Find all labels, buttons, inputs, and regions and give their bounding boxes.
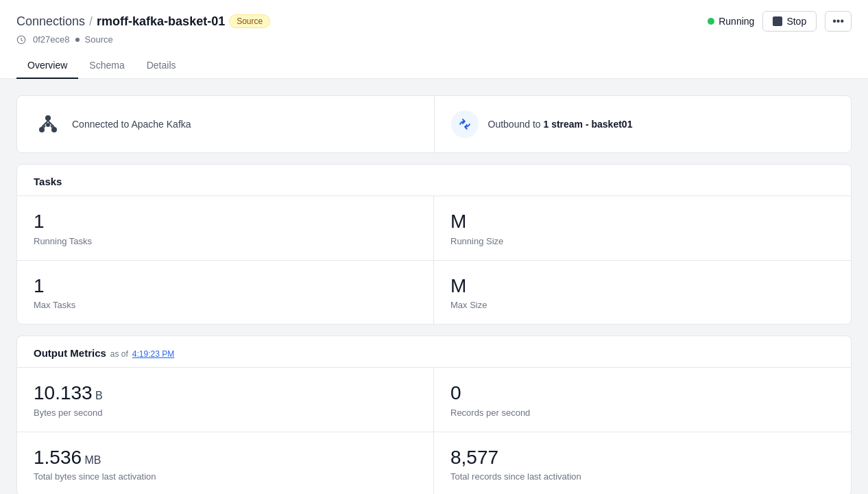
running-tasks-cell: 1 Running Tasks (17, 196, 434, 261)
breadcrumb: Connections / rmoff-kafka-basket-01 Sour… (16, 14, 270, 29)
page-header: Connections / rmoff-kafka-basket-01 Sour… (0, 0, 868, 79)
running-size-cell: M Running Size (434, 196, 851, 261)
status-label: Running (719, 16, 754, 27)
output-metrics-header: Output Metrics as of 4:19:23 PM (17, 336, 851, 368)
running-tasks-label: Running Tasks (34, 236, 417, 246)
max-size-value: M (450, 274, 834, 298)
output-metrics-header-row: Output Metrics as of 4:19:23 PM (34, 347, 834, 359)
max-tasks-label: Max Tasks (34, 300, 417, 310)
meta-type: Source (85, 34, 113, 45)
outbound-stream: 1 stream - basket01 (543, 119, 632, 130)
source-badge: Source (229, 14, 270, 28)
main-content: Connected to Apache Kafka Outbound to 1 … (0, 79, 868, 494)
output-metrics-card: Output Metrics as of 4:19:23 PM 10.133 B… (16, 336, 852, 494)
max-tasks-value: 1 (34, 274, 417, 298)
tabs-nav: Overview Schema Details (16, 53, 852, 78)
breadcrumb-separator: / (89, 14, 93, 29)
bytes-per-second-label: Bytes per second (34, 408, 417, 418)
connection-right-text: Outbound to 1 stream - basket01 (488, 119, 633, 130)
total-bytes-value: 1.536 MB (34, 446, 417, 469)
bytes-unit: B (93, 390, 103, 401)
running-status: Running (708, 16, 754, 27)
total-bytes-label: Total bytes since last activation (34, 471, 417, 482)
running-size-label: Running Size (450, 236, 834, 246)
total-records-value: 8,577 (450, 446, 834, 469)
tasks-card-header: Tasks (17, 165, 851, 196)
header-meta: 0f27ece8 Source (16, 34, 852, 45)
connection-row: Connected to Apache Kafka Outbound to 1 … (17, 96, 851, 152)
output-metrics-as-of: as of (110, 349, 128, 359)
records-per-second-value: 0 (450, 381, 834, 405)
breadcrumb-connections-link[interactable]: Connections (16, 14, 85, 29)
connection-left: Connected to Apache Kafka (17, 96, 434, 152)
records-per-second-label: Records per second (450, 408, 834, 418)
stop-button[interactable]: Stop (762, 11, 817, 32)
max-size-label: Max Size (450, 300, 834, 310)
clock-icon (16, 35, 26, 45)
outbound-prefix: Outbound to (488, 119, 544, 130)
kafka-icon (34, 110, 62, 139)
total-records-label: Total records since last activation (450, 471, 834, 482)
tab-overview[interactable]: Overview (16, 53, 78, 79)
more-options-button[interactable]: ••• (825, 11, 852, 32)
connection-right: Outbound to 1 stream - basket01 (434, 96, 852, 152)
output-metrics-grid: 10.133 B Bytes per second 0 Records per … (17, 368, 851, 494)
running-size-value: M (450, 210, 834, 233)
bytes-per-second-value: 10.133 B (34, 381, 417, 405)
records-per-second-cell: 0 Records per second (434, 368, 851, 432)
stop-icon (773, 16, 782, 26)
running-tasks-value: 1 (34, 210, 417, 233)
max-tasks-cell: 1 Max Tasks (17, 261, 434, 325)
mb-unit: MB (82, 454, 101, 466)
total-bytes-cell: 1.536 MB Total bytes since last activati… (17, 432, 434, 494)
bytes-per-second-cell: 10.133 B Bytes per second (17, 368, 434, 432)
more-icon: ••• (832, 15, 844, 27)
tab-details[interactable]: Details (136, 53, 187, 79)
max-size-cell: M Max Size (434, 261, 851, 325)
total-records-cell: 8,577 Total records since last activatio… (434, 432, 851, 494)
tab-schema[interactable]: Schema (78, 53, 135, 79)
svg-point-1 (45, 115, 51, 121)
tasks-metrics-grid: 1 Running Tasks M Running Size 1 Max Tas… (17, 196, 851, 324)
connection-card: Connected to Apache Kafka Outbound to 1 … (16, 95, 852, 153)
svg-point-6 (46, 123, 50, 127)
output-metrics-title: Output Metrics (34, 347, 106, 359)
output-metrics-timestamp: 4:19:23 PM (132, 349, 174, 359)
outbound-icon (451, 110, 479, 138)
tasks-card: Tasks 1 Running Tasks M Running Size 1 M… (16, 164, 852, 325)
header-actions: Running Stop ••• (708, 11, 852, 32)
connection-left-text: Connected to Apache Kafka (72, 119, 191, 130)
stop-button-label: Stop (786, 16, 806, 27)
running-dot (708, 18, 714, 25)
page-title: rmoff-kafka-basket-01 (97, 14, 225, 29)
header-top-row: Connections / rmoff-kafka-basket-01 Sour… (16, 11, 852, 32)
tasks-title: Tasks (34, 176, 62, 187)
meta-dot (75, 38, 80, 42)
meta-id: 0f27ece8 (33, 34, 70, 45)
